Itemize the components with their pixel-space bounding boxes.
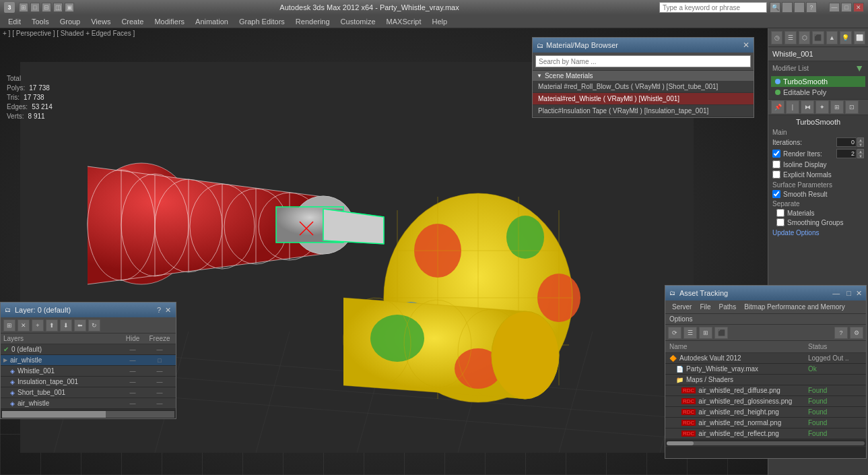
menu-customize[interactable]: Customize bbox=[335, 16, 381, 27]
search-go-btn[interactable]: 🔍 bbox=[770, 2, 780, 13]
ap-tool-settings[interactable]: ⚙ bbox=[850, 327, 863, 339]
min-btn[interactable]: — bbox=[829, 3, 840, 12]
ts-materials-checkbox[interactable] bbox=[776, 209, 784, 217]
menu-animation[interactable]: Animation bbox=[190, 16, 234, 27]
menu-create[interactable]: Create bbox=[116, 16, 149, 27]
mp-close-btn[interactable]: ✕ bbox=[743, 40, 749, 50]
window-btn-1[interactable]: ⊞ bbox=[19, 3, 28, 12]
ts-update-options[interactable]: Update Options bbox=[772, 229, 864, 236]
rp-icon-mod-1[interactable]: | bbox=[786, 100, 799, 114]
window-btn-2[interactable]: □ bbox=[30, 3, 40, 12]
ap-scroll-track[interactable] bbox=[667, 441, 865, 445]
menu-maxscript[interactable]: MAXScript bbox=[381, 16, 427, 27]
menu-group[interactable]: Group bbox=[55, 16, 86, 27]
rp-icon-pin[interactable]: 📌 bbox=[771, 100, 784, 114]
ap-max-btn[interactable]: □ bbox=[846, 289, 851, 297]
ap-tool-4[interactable]: ⬛ bbox=[714, 327, 728, 339]
help-btn-3[interactable]: ? bbox=[806, 2, 817, 13]
ts-render-iters-input[interactable] bbox=[836, 149, 857, 158]
help-btn-1[interactable] bbox=[782, 2, 793, 13]
ts-isoline-checkbox[interactable] bbox=[772, 160, 780, 168]
ap-row-maps[interactable]: 📁 Maps / Shaders bbox=[665, 375, 866, 385]
ap-tool-1[interactable]: ⟳ bbox=[668, 327, 681, 339]
ap-row-height[interactable]: RDC air_whistle_red_height.png Found bbox=[665, 407, 866, 418]
mp-material-item-1[interactable]: Material#red_Whistle ( VRayMtl ) [Whistl… bbox=[533, 93, 754, 105]
close-btn[interactable]: ✕ bbox=[853, 3, 864, 12]
mp-material-item-2[interactable]: Plactic#Insulation Tape ( VRayMtl ) [Ins… bbox=[533, 105, 754, 117]
rp-icon-3[interactable]: ⬡ bbox=[799, 31, 810, 44]
ap-close-btn[interactable]: ✕ bbox=[856, 289, 862, 298]
lp-item-whistle001[interactable]: ◈ Whistle_001 — — bbox=[1, 366, 176, 377]
ap-options[interactable]: Options bbox=[665, 314, 866, 325]
rp-icon-2[interactable]: ☰ bbox=[784, 31, 796, 44]
max-btn[interactable]: □ bbox=[841, 3, 852, 12]
rp-icon-mod-3[interactable]: ✦ bbox=[815, 100, 829, 114]
ts-smooth-result-checkbox[interactable] bbox=[772, 190, 780, 198]
ap-row-gloss[interactable]: RDC air_whistle_red_glossiness.png Found bbox=[665, 396, 866, 407]
mp-material-item-0[interactable]: Material #red_Roll_Blow_Outs ( VRayMtl )… bbox=[533, 81, 754, 93]
lp-tool-7[interactable]: ↻ bbox=[88, 319, 100, 331]
window-btn-3[interactable]: ⊟ bbox=[42, 3, 51, 12]
modifier-list-arrow[interactable]: ▼ bbox=[855, 63, 864, 73]
ap-menu-paths[interactable]: Paths bbox=[715, 302, 741, 312]
ap-menu-bitmap[interactable]: Bitmap Performance and Memory bbox=[740, 302, 849, 312]
ap-row-vault[interactable]: 🔶 Autodesk Vault 2012 Logged Out .. bbox=[665, 353, 866, 364]
ap-menu-file[interactable]: File bbox=[696, 302, 714, 312]
ap-scrollbar[interactable] bbox=[665, 439, 866, 446]
rp-icon-mod-2[interactable]: ⧓ bbox=[801, 100, 814, 114]
ap-row-reflect[interactable]: RDC air_whistle_red_reflect.png Found bbox=[665, 429, 866, 439]
rp-icon-7[interactable]: ⬜ bbox=[854, 31, 865, 44]
ap-min-btn[interactable]: — bbox=[832, 289, 840, 297]
render-iters-up-btn[interactable]: ▲ bbox=[857, 149, 864, 154]
lp-item-default[interactable]: ✔ 0 (default) — — bbox=[1, 344, 176, 355]
lp-scrollbar[interactable] bbox=[1, 409, 176, 418]
mp-search-input[interactable] bbox=[535, 55, 751, 67]
help-btn-2[interactable] bbox=[794, 2, 805, 13]
rp-icon-1[interactable]: ◷ bbox=[771, 31, 782, 44]
ts-iterations-input[interactable] bbox=[836, 137, 857, 147]
modifier-editable-poly[interactable]: Editable Poly bbox=[771, 87, 865, 98]
window-btn-4[interactable]: ◫ bbox=[53, 3, 63, 12]
lp-item-insulation[interactable]: ◈ Insulation_tape_001 — — bbox=[1, 377, 176, 387]
rp-icon-4[interactable]: ⬛ bbox=[812, 31, 824, 44]
iterations-down-btn[interactable]: ▼ bbox=[857, 142, 864, 147]
rp-icon-mod-5[interactable]: ⊡ bbox=[845, 100, 859, 114]
ts-render-iters-checkbox[interactable] bbox=[772, 150, 780, 158]
ap-menu-server[interactable]: Server bbox=[668, 302, 696, 312]
ap-tool-help[interactable]: ? bbox=[834, 327, 848, 339]
rp-icon-6[interactable]: 💡 bbox=[840, 31, 851, 44]
menu-modifiers[interactable]: Modifiers bbox=[149, 16, 190, 27]
menu-help[interactable]: Help bbox=[427, 16, 453, 27]
ts-explicit-checkbox[interactable] bbox=[772, 170, 780, 179]
render-iters-down-btn[interactable]: ▼ bbox=[857, 154, 864, 158]
ap-row-max-file[interactable]: 📄 Party_Whistle_vray.max Ok bbox=[665, 364, 866, 375]
lp-tool-5[interactable]: ⬇ bbox=[60, 319, 72, 331]
lp-close-btn[interactable]: ✕ bbox=[165, 306, 171, 315]
lp-tool-6[interactable]: ⬅ bbox=[74, 319, 86, 331]
menu-graph-editors[interactable]: Graph Editors bbox=[234, 16, 290, 27]
modifier-turbosmooth[interactable]: TurboSmooth bbox=[771, 76, 865, 87]
menu-tools[interactable]: Tools bbox=[26, 16, 55, 27]
ap-tool-3[interactable]: ⊞ bbox=[699, 327, 712, 339]
search-input[interactable] bbox=[659, 2, 767, 13]
ap-row-normal[interactable]: RDC air_whistle_red_normal.png Found bbox=[665, 418, 866, 429]
ap-row-diffuse[interactable]: RDC air_whistle_red_diffuse.png Found bbox=[665, 385, 866, 396]
ap-tool-2[interactable]: ☰ bbox=[683, 327, 697, 339]
lp-item-air-whistle-2[interactable]: ◈ air_whistle — — bbox=[1, 398, 176, 409]
lp-scroll-track[interactable] bbox=[2, 411, 174, 418]
iterations-up-btn[interactable]: ▲ bbox=[857, 137, 864, 142]
lp-tool-4[interactable]: ⬆ bbox=[46, 319, 58, 331]
ts-smoothing-groups-checkbox[interactable] bbox=[776, 218, 784, 226]
menu-views[interactable]: Views bbox=[86, 16, 116, 27]
lp-tool-1[interactable]: ⊞ bbox=[3, 319, 15, 331]
lp-item-air-whistle[interactable]: ▶ air_whistle — □ bbox=[1, 355, 176, 366]
ap-scroll-thumb[interactable] bbox=[667, 441, 694, 445]
mp-scene-materials-title[interactable]: ▼ Scene Materials bbox=[533, 71, 754, 81]
lp-item-short-tube[interactable]: ◈ Short_tube_001 — — bbox=[1, 387, 176, 398]
lp-scroll-thumb[interactable] bbox=[2, 411, 106, 418]
menu-rendering[interactable]: Rendering bbox=[290, 16, 335, 27]
rp-icon-5[interactable]: ▲ bbox=[826, 31, 838, 44]
lp-tool-2[interactable]: ✕ bbox=[18, 319, 30, 331]
lp-question-btn[interactable]: ? bbox=[157, 306, 161, 314]
window-btn-5[interactable]: ▣ bbox=[65, 3, 74, 12]
